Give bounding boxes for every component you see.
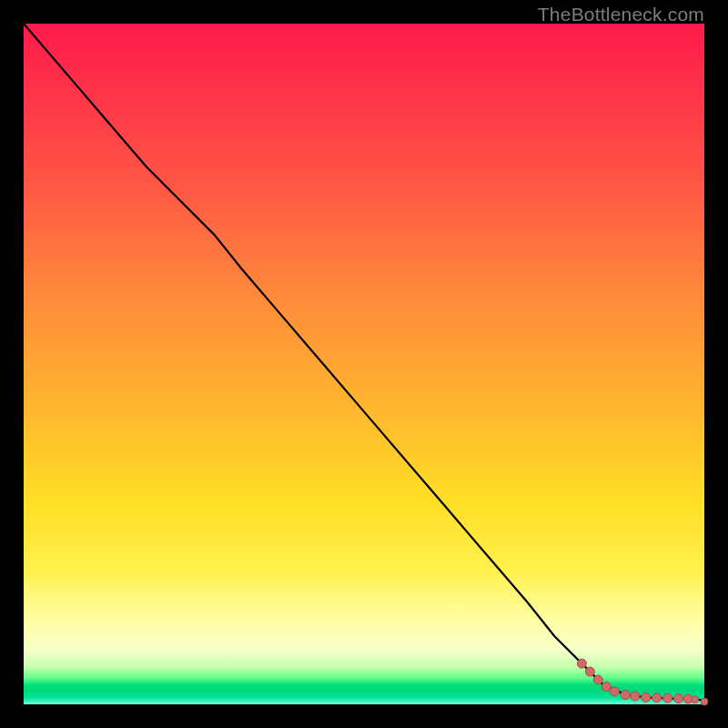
data-point	[577, 659, 586, 668]
watermark-text: TheBottleneck.com	[538, 4, 704, 25]
data-point	[585, 667, 594, 676]
data-point	[652, 693, 662, 703]
data-point	[674, 694, 683, 703]
chart-frame: TheBottleneck.com	[0, 0, 728, 728]
bottleneck-curve	[24, 24, 704, 701]
data-point	[631, 692, 640, 701]
data-point	[621, 691, 630, 700]
data-points-group	[577, 659, 708, 705]
data-point	[642, 693, 651, 703]
data-point	[701, 698, 708, 705]
data-point	[663, 693, 672, 703]
data-point	[610, 687, 619, 696]
data-point	[593, 675, 602, 684]
data-point	[692, 696, 699, 703]
chart-overlay	[24, 24, 704, 704]
data-point	[602, 682, 611, 692]
